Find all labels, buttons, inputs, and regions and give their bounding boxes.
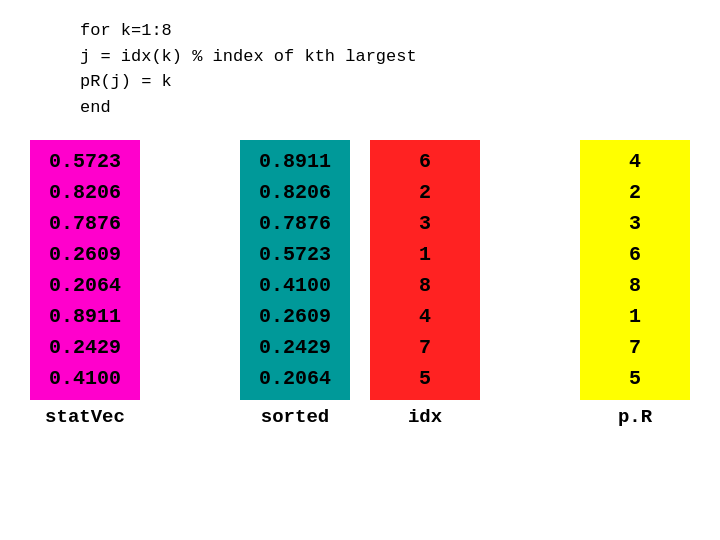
sorted-cell-5: 0.2609 <box>250 301 340 332</box>
sorted-cell-7: 0.2064 <box>250 363 340 394</box>
idx-cell-5: 4 <box>380 301 470 332</box>
pr-group: 42368175 p.R <box>580 140 690 428</box>
statvec-cell-0: 0.5723 <box>40 146 130 177</box>
idx-cell-3: 1 <box>380 239 470 270</box>
statvec-cell-1: 0.8206 <box>40 177 130 208</box>
idx-cell-1: 2 <box>380 177 470 208</box>
sorted-label: sorted <box>261 406 329 428</box>
statvec-box: 0.57230.82060.78760.26090.20640.89110.24… <box>30 140 140 400</box>
pr-cell-3: 6 <box>590 239 680 270</box>
pr-cell-2: 3 <box>590 208 680 239</box>
idx-cell-6: 7 <box>380 332 470 363</box>
statvec-cell-4: 0.2064 <box>40 270 130 301</box>
sorted-cell-6: 0.2429 <box>250 332 340 363</box>
sorted-cell-3: 0.5723 <box>250 239 340 270</box>
statvec-cell-7: 0.4100 <box>40 363 130 394</box>
arrays-section: 0.57230.82060.78760.26090.20640.89110.24… <box>0 130 720 428</box>
idx-cell-4: 8 <box>380 270 470 301</box>
pr-cell-4: 8 <box>590 270 680 301</box>
sorted-cell-0: 0.8911 <box>250 146 340 177</box>
pr-cell-0: 4 <box>590 146 680 177</box>
pr-cell-5: 1 <box>590 301 680 332</box>
idx-group: 62318475 idx <box>370 140 480 428</box>
code-line2: j = idx(k) % index of kth largest <box>80 44 640 70</box>
pr-label: p.R <box>618 406 652 428</box>
code-line3: pR(j) = k <box>80 69 640 95</box>
code-block: for k=1:8 j = idx(k) % index of kth larg… <box>0 0 720 130</box>
pr-cell-1: 2 <box>590 177 680 208</box>
idx-label: idx <box>408 406 442 428</box>
idx-cell-0: 6 <box>380 146 470 177</box>
statvec-cell-3: 0.2609 <box>40 239 130 270</box>
pr-box: 42368175 <box>580 140 690 400</box>
sorted-group: 0.89110.82060.78760.57230.41000.26090.24… <box>240 140 350 428</box>
statvec-label: statVec <box>45 406 125 428</box>
code-line4: end <box>80 95 640 121</box>
statvec-cell-2: 0.7876 <box>40 208 130 239</box>
idx-cell-2: 3 <box>380 208 470 239</box>
statvec-cell-5: 0.8911 <box>40 301 130 332</box>
code-line1: for k=1:8 <box>80 18 640 44</box>
sorted-cell-2: 0.7876 <box>250 208 340 239</box>
statvec-cell-6: 0.2429 <box>40 332 130 363</box>
statvec-group: 0.57230.82060.78760.26090.20640.89110.24… <box>30 140 140 428</box>
idx-box: 62318475 <box>370 140 480 400</box>
sorted-cell-4: 0.4100 <box>250 270 340 301</box>
pr-cell-7: 5 <box>590 363 680 394</box>
pr-cell-6: 7 <box>590 332 680 363</box>
sorted-box: 0.89110.82060.78760.57230.41000.26090.24… <box>240 140 350 400</box>
sorted-cell-1: 0.8206 <box>250 177 340 208</box>
idx-cell-7: 5 <box>380 363 470 394</box>
